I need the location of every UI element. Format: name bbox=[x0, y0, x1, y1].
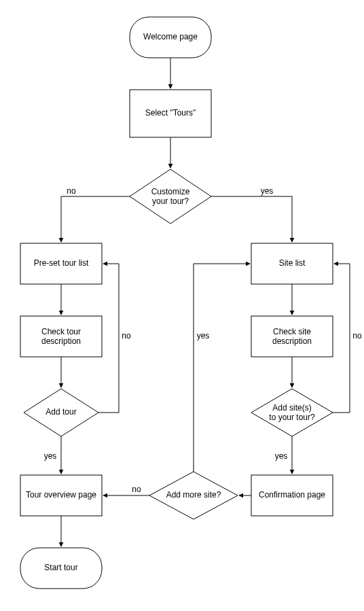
label-addmore-no: no bbox=[132, 485, 141, 494]
node-add-more-label: Add more site? bbox=[166, 490, 221, 500]
node-customize-label-2: your tour? bbox=[152, 196, 189, 206]
node-confirmation-label: Confirmation page bbox=[259, 490, 325, 500]
node-select-tours-label: Select "Tours" bbox=[145, 108, 196, 118]
node-add-site-label-1: Add site(s) bbox=[272, 403, 311, 413]
node-check-tour-label-1: Check tour bbox=[41, 327, 81, 336]
label-addsite-no: no bbox=[352, 331, 362, 341]
node-preset-list-label: Pre-set tour list bbox=[34, 258, 89, 268]
label-customize-no: no bbox=[67, 186, 76, 196]
label-addtour-no: no bbox=[122, 331, 131, 341]
edge-addsite-no bbox=[333, 264, 350, 413]
edge-customize-yes bbox=[211, 196, 292, 242]
label-addmore-yes: yes bbox=[197, 331, 210, 341]
node-check-site-label-2: description bbox=[272, 336, 312, 346]
label-addtour-yes: yes bbox=[44, 451, 57, 461]
node-tour-overview-label: Tour overview page bbox=[26, 490, 96, 500]
node-add-site-label-2: to your tour? bbox=[269, 413, 315, 422]
node-check-tour-label-2: description bbox=[41, 336, 81, 346]
label-customize-yes: yes bbox=[261, 186, 274, 196]
edge-customize-no bbox=[61, 196, 130, 242]
edge-addmore-yes bbox=[194, 264, 250, 472]
node-welcome-label: Welcome page bbox=[143, 32, 198, 41]
node-customize-label-1: Customize bbox=[151, 187, 190, 196]
node-add-tour-label: Add tour bbox=[46, 407, 76, 417]
node-check-site-label-1: Check site bbox=[273, 327, 311, 336]
node-site-list-label: Site list bbox=[279, 258, 306, 268]
node-start-tour-label: Start tour bbox=[44, 563, 77, 572]
label-addsite-yes: yes bbox=[275, 451, 288, 461]
